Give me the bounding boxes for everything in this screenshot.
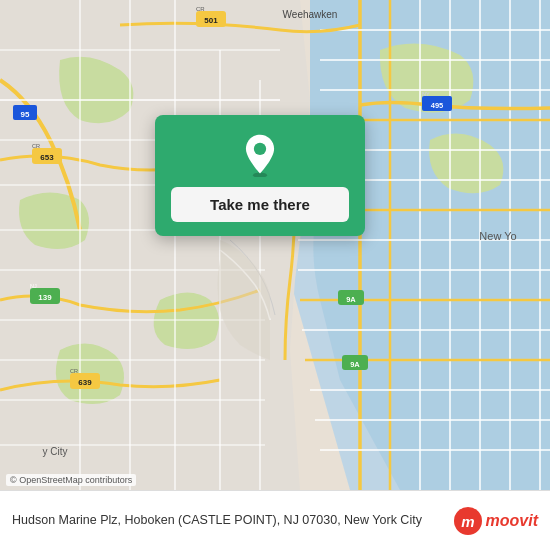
svg-text:139: 139 — [38, 293, 52, 302]
svg-text:653: 653 — [40, 153, 54, 162]
svg-text:NJ: NJ — [30, 283, 37, 289]
svg-text:New Yo: New Yo — [479, 230, 516, 242]
take-me-there-button[interactable]: Take me there — [171, 187, 349, 222]
svg-text:639: 639 — [78, 378, 92, 387]
bottom-bar: Hudson Marine Plz, Hoboken (CASTLE POINT… — [0, 490, 550, 550]
address-text: Hudson Marine Plz, Hoboken (CASTLE POINT… — [12, 512, 454, 530]
svg-text:CR: CR — [196, 6, 205, 12]
svg-text:NY: NY — [422, 91, 430, 97]
svg-text:Weehawken: Weehawken — [283, 9, 338, 20]
svg-text:9A: 9A — [346, 295, 356, 304]
svg-text:501: 501 — [204, 16, 218, 25]
map-pin-icon — [238, 133, 282, 177]
osm-credit: © OpenStreetMap contributors — [6, 474, 136, 486]
svg-text:CR: CR — [70, 368, 78, 374]
moovit-brand-name: moovit — [486, 512, 538, 530]
svg-text:495: 495 — [431, 101, 444, 110]
location-popup: Take me there — [155, 115, 365, 236]
svg-point-68 — [254, 143, 266, 155]
svg-text:9A: 9A — [350, 360, 360, 369]
map-view[interactable]: 501 CR 95 653 CR 139 NJ 639 CR 9A NY 9A … — [0, 0, 550, 490]
svg-text:CR: CR — [32, 143, 40, 149]
svg-text:y City: y City — [43, 446, 68, 457]
svg-text:m: m — [461, 513, 474, 530]
moovit-logo: m moovit — [454, 507, 538, 535]
moovit-icon: m — [454, 507, 482, 535]
svg-text:95: 95 — [21, 110, 30, 119]
